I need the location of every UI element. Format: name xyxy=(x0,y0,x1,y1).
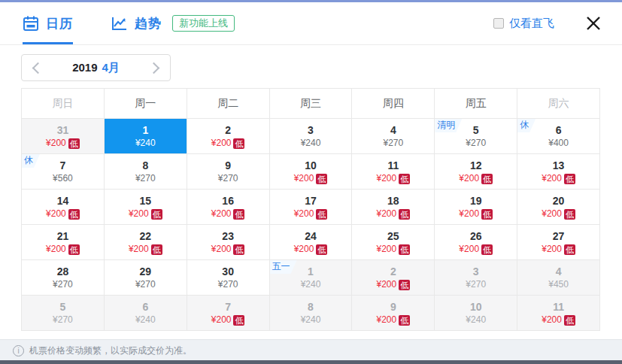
calendar-day-cell[interactable]: 9¥200低 xyxy=(352,296,435,331)
calendar-day-cell[interactable]: 4¥450 xyxy=(517,260,600,296)
day-number: 9 xyxy=(390,300,396,314)
price-text: ¥200 xyxy=(211,138,232,149)
calendar-day-cell[interactable]: 3¥240 xyxy=(270,119,353,154)
price-row: ¥200低 xyxy=(542,244,575,255)
calendar-day-cell[interactable]: 10¥240 xyxy=(435,296,517,331)
direct-flight-checkbox[interactable] xyxy=(493,18,504,29)
day-number: 5 xyxy=(473,123,479,137)
calendar-day-cell[interactable]: 29¥270 xyxy=(105,260,187,296)
day-number: 8 xyxy=(308,300,314,314)
low-price-badge: 低 xyxy=(316,209,327,220)
calendar-day-cell[interactable]: 27¥200低 xyxy=(517,225,600,260)
low-price-badge: 低 xyxy=(481,209,493,220)
price-row: ¥240 xyxy=(301,314,321,326)
calendar-day-cell[interactable]: 21¥200低 xyxy=(22,225,105,260)
price-text: ¥200 xyxy=(211,208,232,220)
calendar-day-cell[interactable]: 休7¥560 xyxy=(22,154,105,190)
day-number: 25 xyxy=(387,229,399,243)
price-text: ¥240 xyxy=(135,138,156,149)
calendar-day-cell[interactable]: 31¥200低 xyxy=(22,119,105,154)
price-row: ¥270 xyxy=(135,173,156,184)
low-price-badge: 低 xyxy=(68,244,80,255)
calendar-day-cell[interactable]: 8¥240 xyxy=(270,296,353,331)
calendar-day-cell[interactable]: 12¥200低 xyxy=(435,154,517,190)
calendar-day-cell[interactable]: 19¥200低 xyxy=(435,190,517,225)
footer-tip-text: 机票价格变动频繁，以实际成交价为准。 xyxy=(29,344,192,357)
price-text: ¥270 xyxy=(53,279,73,290)
calendar-day-cell[interactable]: 11¥200低 xyxy=(352,154,435,190)
day-number: 16 xyxy=(222,194,234,208)
price-text: ¥200 xyxy=(377,173,397,184)
day-number: 11 xyxy=(553,300,564,314)
price-text: ¥270 xyxy=(135,279,156,290)
price-row: ¥400 xyxy=(548,138,569,149)
weekday-header: 周日 xyxy=(22,89,105,119)
price-row: ¥270 xyxy=(53,279,73,290)
calendar-day-cell[interactable]: 6¥240 xyxy=(105,296,187,331)
price-row: ¥560 xyxy=(53,173,73,184)
calendar-day-cell[interactable]: 清明5¥270 xyxy=(435,119,517,154)
prev-month-button[interactable] xyxy=(32,62,44,74)
calendar-day-cell[interactable]: 26¥200低 xyxy=(435,225,517,260)
calendar-day-cell[interactable]: 7¥200低 xyxy=(187,296,270,331)
calendar-day-cell[interactable]: 1¥240 xyxy=(105,119,187,154)
calendar-day-cell[interactable]: 10¥200低 xyxy=(270,154,353,190)
tab-bar: 日历 趋势 新功能上线 仅看直飞 xyxy=(0,2,622,45)
background-page-strip xyxy=(0,360,622,364)
weekday-header: 周三 xyxy=(270,89,353,119)
tab-trend[interactable]: 趋势 xyxy=(111,2,162,44)
price-row: ¥200低 xyxy=(377,208,411,220)
calendar-day-cell[interactable]: 18¥200低 xyxy=(352,190,435,225)
price-text: ¥200 xyxy=(542,208,562,220)
calendar-day-cell[interactable]: 23¥200低 xyxy=(187,225,270,260)
calendar-day-cell[interactable]: 五一1¥240 xyxy=(270,260,353,296)
price-text: ¥200 xyxy=(294,244,314,255)
calendar-day-cell[interactable]: 11¥200低 xyxy=(517,296,600,331)
price-text: ¥200 xyxy=(542,244,562,255)
low-price-badge: 低 xyxy=(399,209,410,220)
calendar-day-cell[interactable]: 13¥200低 xyxy=(517,154,600,190)
calendar-day-cell[interactable]: 14¥200低 xyxy=(22,190,105,225)
header-right-group: 仅看直飞 xyxy=(493,14,610,32)
price-row: ¥270 xyxy=(218,173,238,184)
low-price-badge: 低 xyxy=(564,244,575,255)
price-row: ¥200低 xyxy=(377,244,411,255)
calendar-day-cell[interactable]: 休6¥400 xyxy=(517,119,600,154)
calendar-day-cell[interactable]: 28¥270 xyxy=(22,260,105,296)
close-icon[interactable] xyxy=(584,14,602,32)
month-navigator: 20194月 xyxy=(21,54,171,81)
calendar-day-cell[interactable]: 15¥200低 xyxy=(105,190,187,225)
calendar-day-cell[interactable]: 16¥200低 xyxy=(187,190,270,225)
day-number: 14 xyxy=(57,194,69,208)
calendar-day-cell[interactable]: 8¥270 xyxy=(105,154,187,190)
day-number: 10 xyxy=(470,300,482,314)
calendar-day-cell[interactable]: 2¥200低 xyxy=(187,119,270,154)
price-text: ¥200 xyxy=(211,314,232,326)
price-row: ¥240 xyxy=(135,138,156,149)
day-number: 3 xyxy=(473,265,479,278)
low-price-badge: 低 xyxy=(316,244,327,255)
calendar-day-cell[interactable]: 3¥270 xyxy=(435,260,517,296)
calendar-day-cell[interactable]: 24¥200低 xyxy=(270,225,353,260)
price-text: ¥200 xyxy=(294,208,314,220)
new-feature-badge: 新功能上线 xyxy=(172,15,235,32)
day-number: 3 xyxy=(308,123,314,137)
price-text: ¥200 xyxy=(459,208,479,220)
price-text: ¥200 xyxy=(46,208,66,220)
direct-flight-label[interactable]: 仅看直飞 xyxy=(509,17,554,31)
calendar-day-cell[interactable]: 20¥200低 xyxy=(517,190,600,225)
calendar-day-cell[interactable]: 30¥270 xyxy=(187,260,270,296)
price-text: ¥270 xyxy=(466,138,486,149)
day-number: 2 xyxy=(225,123,231,137)
calendar-day-cell[interactable]: 9¥270 xyxy=(187,154,270,190)
calendar-day-cell[interactable]: 5¥270 xyxy=(22,296,105,331)
calendar-day-cell[interactable]: 25¥200低 xyxy=(352,225,435,260)
calendar-day-cell[interactable]: 17¥200低 xyxy=(270,190,353,225)
tab-calendar[interactable]: 日历 xyxy=(23,2,73,44)
calendar-day-cell[interactable]: 2¥200低 xyxy=(352,260,435,296)
next-month-button[interactable] xyxy=(148,62,160,74)
day-number: 27 xyxy=(553,229,565,243)
calendar-day-cell[interactable]: 22¥200低 xyxy=(105,225,187,260)
calendar-day-cell[interactable]: 4¥270 xyxy=(352,119,435,154)
low-price-badge: 低 xyxy=(399,280,410,290)
